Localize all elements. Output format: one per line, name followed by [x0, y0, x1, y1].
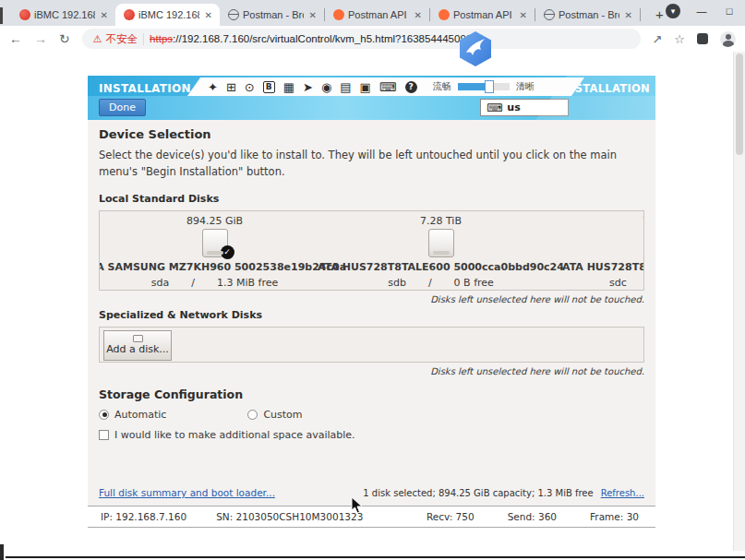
tab-title: Postman API Platfo: [453, 9, 514, 20]
pin-icon[interactable]: ✦: [208, 81, 218, 93]
quality-slider-handle[interactable]: [485, 80, 494, 93]
tab-close-icon[interactable]: ✕: [518, 10, 529, 20]
custom-radio-label[interactable]: Custom: [263, 409, 302, 421]
window-bottom-edge: [6, 556, 745, 558]
selection-summary-text: 1 disk selected; 894.25 GiB capacity; 1.…: [363, 488, 593, 498]
forward-icon[interactable]: →: [34, 31, 47, 46]
tab-close-icon[interactable]: ✕: [307, 10, 318, 20]
tab-close-icon[interactable]: ✕: [413, 10, 424, 20]
browser-scrollbar[interactable]: [733, 52, 745, 551]
specialized-disks-panel: Add a disk...: [99, 327, 644, 363]
disk-size: 894.25 GiB: [186, 215, 243, 227]
disk-detail-row: sdb / 0 B free: [388, 277, 494, 289]
additional-space-option: I would like to make additional space av…: [99, 429, 644, 441]
profile-avatar[interactable]: [720, 31, 736, 47]
url-field[interactable]: ⚠ 不安全 https ://192.168.7.160/src/virtual…: [82, 29, 642, 49]
disk-free-space: 1.3 MiB free: [217, 277, 278, 289]
disk-size: 7.28 TiB: [420, 215, 462, 227]
cd-icon[interactable]: ◉: [321, 81, 331, 93]
security-warning-label[interactable]: 不安全: [106, 32, 138, 46]
additional-space-label[interactable]: I would like to make additional space av…: [114, 429, 355, 441]
disk-size: 7: [643, 215, 644, 227]
selected-check-icon: ✓: [221, 245, 234, 259]
disk-name: ATA SAMSUNG MZ7KH960 5002538e19b24c0a: [99, 261, 346, 273]
refresh-link[interactable]: Refresh...: [601, 488, 644, 498]
floppy-icon[interactable]: ▤: [340, 81, 351, 93]
back-icon[interactable]: ←: [9, 31, 22, 46]
tab-postman-browse-1[interactable]: Postman - Browse ✕: [220, 4, 324, 26]
disk-sdb[interactable]: 7.28 TiB ATA HUS728T8TALE600 5000cca0bbd…: [328, 215, 554, 290]
speed-smooth-label: 流畅: [433, 80, 451, 93]
globe-favicon: [228, 9, 239, 20]
url-protocol: https: [150, 33, 173, 44]
disk-separator: /: [428, 277, 432, 289]
full-disk-summary-link[interactable]: Full disk summary and boot loader...: [99, 487, 275, 498]
keyboard-layout-label: us: [507, 101, 520, 113]
address-bar: ← → ↻ ⚠ 不安全 https ://192.168.7.160/src/v…: [0, 26, 745, 52]
disk-detail-row: sda / 1.3 MiB free: [151, 277, 278, 289]
security-warning-icon[interactable]: ⚠: [93, 33, 102, 45]
layout-grid-icon[interactable]: ▦: [283, 81, 294, 93]
minimize-button[interactable]: —: [695, 6, 708, 17]
url-text: ://192.168.7.160/src/virtualControl/kvm_…: [173, 33, 478, 44]
tabs: iBMC 192.168.7.16 ✕ iBMC 192.168.7.16 ✕ …: [11, 4, 641, 26]
done-button[interactable]: Done: [99, 99, 146, 116]
tab-close-icon[interactable]: ✕: [623, 10, 634, 20]
share-icon[interactable]: ↗: [652, 32, 662, 46]
tab-ibmc-1[interactable]: iBMC 192.168.7.16 ✕: [11, 4, 115, 26]
kvm-toolbar: ✦ ⊞ ⊙ B ▦ ➤ ◉ ▤ ▣ ⌨ ? 流畅 清晰: [187, 77, 584, 96]
fullscreen-icon[interactable]: ⊞: [226, 81, 236, 93]
status-recv: Recv: 750: [427, 511, 475, 522]
tab-postman-api-1[interactable]: Postman API Platfo ✕: [325, 4, 429, 26]
custom-radio[interactable]: [247, 410, 258, 420]
address-bar-actions: ↗ ☆: [652, 31, 736, 47]
postman-favicon: [333, 9, 344, 20]
automatic-radio[interactable]: [99, 410, 109, 420]
disk-name: ATA HUS728T8TAL: [562, 261, 644, 273]
maximize-button[interactable]: □: [723, 6, 736, 17]
bookmark-star-icon[interactable]: ☆: [674, 32, 685, 46]
tab-title: Postman - Browse: [559, 9, 619, 20]
disk-dev-node: sda: [151, 277, 169, 289]
keyboard-layout-icon: ⌨: [487, 101, 502, 114]
mouse-icon[interactable]: ➤: [303, 81, 313, 93]
help-icon[interactable]: ?: [405, 81, 417, 93]
device-selection-screen: Device Selection Select the device(s) yo…: [88, 120, 655, 506]
keyboard-icon[interactable]: ⌨: [379, 81, 397, 93]
tab-close-icon[interactable]: ✕: [99, 10, 110, 20]
automatic-radio-label[interactable]: Automatic: [114, 409, 166, 421]
storage-config-options: Automatic Custom: [99, 409, 644, 421]
disk-free-space: 0 B free: [454, 277, 494, 289]
disk-sdc[interactable]: 7 ATA HUS728T8TAL sdc: [554, 215, 644, 290]
keyboard-layout-indicator[interactable]: ⌨ us: [480, 99, 569, 116]
add-disk-label: Add a disk...: [106, 343, 169, 355]
globe-favicon: [544, 9, 555, 20]
device-selection-description: Select the device(s) you'd like to insta…: [99, 148, 644, 181]
add-disk-button[interactable]: Add a disk...: [103, 330, 172, 361]
scrollbar-thumb[interactable]: [736, 54, 743, 155]
reload-icon[interactable]: ↻: [59, 31, 70, 46]
screen-record-icon[interactable]: ▣: [360, 81, 371, 93]
power-icon[interactable]: ⊙: [245, 81, 255, 93]
additional-space-checkbox[interactable]: [99, 430, 109, 440]
kvm-viewport: INSTALLATION DESTINATION INSTALLATION ✦ …: [88, 76, 655, 528]
b-key-icon[interactable]: B: [263, 81, 275, 93]
selection-summary-area: 1 disk selected; 894.25 GiB capacity; 1.…: [363, 488, 644, 498]
tab-ibmc-2-active[interactable]: iBMC 192.168.7.16 ✕: [115, 4, 220, 26]
disk-sda[interactable]: 894.25 GiB ✓ ATA SAMSUNG MZ7KH960 500253…: [102, 215, 328, 290]
xunlei-logo[interactable]: [458, 30, 493, 71]
browser-update-icon[interactable]: ▾: [666, 4, 680, 18]
tab-postman-api-2[interactable]: Postman API Platfo ✕: [430, 4, 535, 26]
drive-icon: ✓: [202, 229, 228, 257]
status-serial-number: SN: 2103050CSH10M3001323: [216, 511, 363, 522]
tab-postman-browse-2[interactable]: Postman - Browse ✕: [535, 4, 640, 26]
quality-slider[interactable]: [458, 83, 510, 90]
browser-window: iBMC 192.168.7.16 ✕ iBMC 192.168.7.16 ✕ …: [0, 0, 745, 560]
unselected-disks-note: Disks left unselected here will not be t…: [430, 294, 644, 304]
tab-strip: iBMC 192.168.7.16 ✕ iBMC 192.168.7.16 ✕ …: [0, 0, 745, 26]
extensions-puzzle-icon[interactable]: [697, 33, 708, 44]
tab-close-icon[interactable]: ✕: [203, 10, 214, 20]
local-disks-label: Local Standard Disks: [99, 193, 644, 205]
disk-dev-node: sdb: [388, 277, 406, 289]
kvm-status-bar: IP: 192.168.7.160 SN: 2103050CSH10M30013…: [88, 506, 655, 528]
